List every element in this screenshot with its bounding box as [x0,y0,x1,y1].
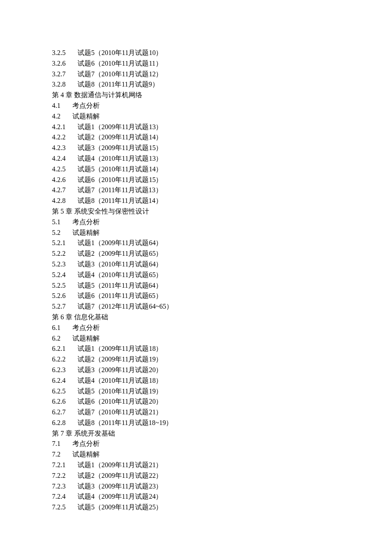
toc-entry-title: 试题精解 [72,229,100,236]
toc-entry-number: 4.2.5 [52,164,66,175]
toc-entry-title: 试题2（2009年11月试题22） [78,472,162,479]
toc-entry-number: 6.2.1 [52,344,66,354]
toc-entry-title: 试题3（2009年11月试题20） [78,366,162,373]
table-of-contents: 3.2.5 试题5（2010年11月试题10）3.2.6 试题6（2010年11… [52,48,392,513]
toc-entry-title: 试题6（2010年11月试题20） [78,398,162,405]
toc-entry-title: 试题5（2009年11月试题25） [78,503,162,511]
toc-entry-number: 6.2.2 [52,354,66,365]
toc-entry-title: 试题2（2009年11月试题14） [78,133,162,141]
toc-entry-title: 试题5（2010年11月试题10） [78,49,162,56]
toc-entry-title: 试题7（2010年11月试题12） [78,70,162,78]
toc-entry: 6.2.3 试题3（2009年11月试题20） [52,365,392,376]
toc-entry: 4.2.5 试题5（2010年11月试题14） [52,164,392,175]
toc-entry-number: 4.2.4 [52,153,66,164]
toc-entry-title: 试题3（2009年11月试题15） [78,144,162,151]
toc-heading-text: 第 7 章 系统开发基础 [52,430,115,437]
toc-entry-number: 7.2.3 [52,481,66,492]
toc-entry-title: 试题1（2009年11月试题21） [78,461,162,468]
toc-entry-number: 7.2.1 [52,460,66,471]
toc-entry-number: 7.2 [52,449,61,460]
toc-entry: 4.2 试题精解 [52,111,392,122]
toc-entry-number: 4.2.1 [52,122,66,133]
toc-entry-number: 4.1 [52,101,61,111]
toc-entry: 4.2.6 试题6（2010年11月试题15） [52,175,392,185]
toc-entry-number: 6.1 [52,323,61,333]
toc-entry-number: 6.2.6 [52,396,66,407]
toc-entry-title: 试题精解 [72,451,100,458]
toc-entry: 4.2.8 试题8（2011年11月试题14） [52,196,392,206]
toc-entry-number: 7.1 [52,439,61,449]
toc-entry: 6.2.1 试题1（2009年11月试题18） [52,344,392,354]
toc-entry-number: 6.2.3 [52,365,66,376]
toc-entry-title: 试题8（2011年11月试题18~19） [78,419,173,426]
toc-entry-number: 6.2.4 [52,376,66,386]
toc-entry: 3.2.8 试题8（2011年11月试题9） [52,79,392,90]
toc-entry: 5.2.3 试题3（2010年11月试题64） [52,259,392,270]
toc-entry: 5.2.2 试题2（2009年11月试题65） [52,249,392,259]
toc-entry-title: 试题4（2010年11月试题13） [78,155,162,162]
toc-entry-number: 5.2.1 [52,238,66,249]
toc-entry-title: 试题7（2010年11月试题21） [78,408,162,416]
toc-entry: 5.1 考点分析 [52,217,392,228]
toc-entry-number: 5.2.6 [52,291,66,301]
toc-entry-number: 3.2.8 [52,79,66,90]
toc-entry-title: 试题3（2010年11月试题64） [78,260,162,268]
toc-entry: 7.2.1 试题1（2009年11月试题21） [52,460,392,471]
toc-entry-title: 试题精解 [72,335,100,342]
toc-entry: 5.2.4 试题4（2010年11月试题65） [52,270,392,280]
toc-entry-number: 5.2.5 [52,280,66,291]
toc-entry-title: 试题5（2011年11月试题64） [78,282,162,289]
toc-entry-title: 试题8（2011年11月试题14） [78,197,162,204]
toc-entry: 4.2.3 试题3（2009年11月试题15） [52,143,392,153]
toc-entry: 4.2.4 试题4（2010年11月试题13） [52,153,392,164]
toc-entry-title: 试题6（2010年11月试题11） [78,60,162,67]
toc-entry-number: 5.2.7 [52,301,66,312]
toc-entry-title: 试题3（2009年11月试题23） [78,483,162,490]
toc-entry: 5.2.5 试题5（2011年11月试题64） [52,280,392,291]
toc-entry-number: 4.2 [52,111,61,122]
toc-entry-title: 试题6（2010年11月试题15） [78,176,162,183]
toc-entry-number: 3.2.7 [52,69,66,80]
toc-entry: 3.2.5 试题5（2010年11月试题10） [52,48,392,58]
toc-entry-title: 考点分析 [72,324,100,331]
toc-entry: 6.2.6 试题6（2010年11月试题20） [52,396,392,407]
toc-entry: 5.2.7 试题7（2012年11月试题64~65） [52,301,392,312]
toc-entry: 7.2 试题精解 [52,449,392,460]
toc-entry-title: 试题7（2011年11月试题13） [78,186,162,194]
toc-entry: 6.2.8 试题8（2011年11月试题18~19） [52,418,392,428]
toc-entry-title: 试题5（2010年11月试题19） [78,387,162,395]
toc-chapter-heading: 第 5 章 系统安全性与保密性设计 [52,206,392,217]
toc-entry-number: 5.2.3 [52,259,66,270]
toc-entry-title: 考点分析 [72,218,100,225]
toc-entry-number: 6.2 [52,333,61,344]
toc-entry-title: 试题2（2009年11月试题65） [78,250,162,257]
toc-entry: 7.2.4 试题4（2009年11月试题24） [52,491,392,502]
toc-entry-title: 试题6（2011年11月试题65） [78,292,162,299]
toc-entry-number: 5.2.4 [52,270,66,280]
toc-entry: 4.2.7 试题7（2011年11月试题13） [52,185,392,196]
toc-entry-number: 6.2.5 [52,386,66,397]
toc-heading-text: 第 5 章 系统安全性与保密性设计 [52,208,149,215]
toc-entry: 6.2.5 试题5（2010年11月试题19） [52,386,392,397]
toc-entry-number: 5.1 [52,217,61,228]
toc-entry-title: 试题精解 [72,113,100,120]
toc-entry-number: 7.2.2 [52,471,66,481]
toc-entry-number: 7.2.5 [52,502,66,513]
toc-entry-number: 6.2.7 [52,407,66,418]
toc-entry: 7.2.3 试题3（2009年11月试题23） [52,481,392,492]
toc-entry: 3.2.6 试题6（2010年11月试题11） [52,58,392,69]
toc-entry: 6.2.4 试题4（2010年11月试题18） [52,376,392,386]
toc-entry-number: 5.2.2 [52,249,66,259]
toc-heading-text: 第 6 章 信息化基础 [52,313,108,321]
toc-entry: 7.2.5 试题5（2009年11月试题25） [52,502,392,513]
toc-entry: 3.2.7 试题7（2010年11月试题12） [52,69,392,80]
toc-entry-title: 试题4（2010年11月试题18） [78,377,162,384]
toc-entry-title: 试题2（2009年11月试题19） [78,356,162,363]
toc-entry-title: 试题7（2012年11月试题64~65） [78,303,173,310]
toc-entry-number: 7.2.4 [52,491,66,502]
toc-entry-number: 4.2.3 [52,143,66,153]
toc-entry-title: 考点分析 [72,440,100,447]
toc-entry-number: 4.2.8 [52,196,66,206]
toc-entry-number: 3.2.6 [52,58,66,69]
toc-entry-title: 试题1（2009年11月试题18） [78,345,162,352]
